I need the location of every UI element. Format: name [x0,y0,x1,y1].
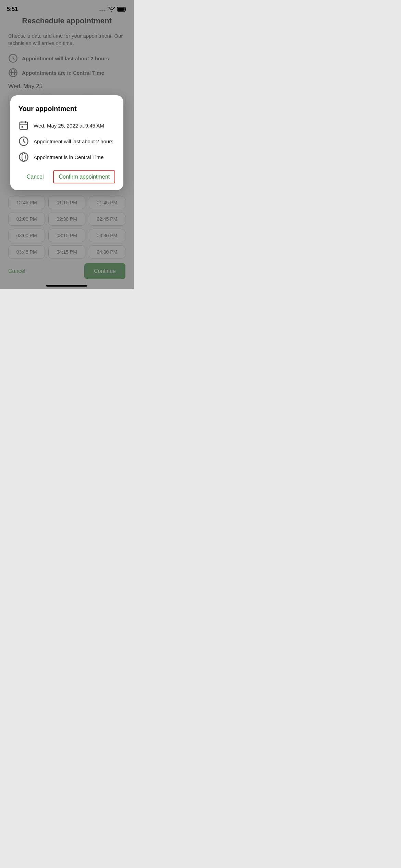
appointment-dialog: Your appointment Wed, May 25, 2022 at 9:… [10,95,123,190]
dialog-row-timezone: Appointment is in Central Time [19,152,115,162]
dialog-row-date: Wed, May 25, 2022 at 9:45 AM [19,120,115,131]
dialog-title: Your appointment [19,105,115,113]
svg-rect-14 [22,126,23,128]
svg-rect-10 [20,122,28,129]
clock-icon-dialog [19,136,29,146]
dialog-row-duration: Appointment will last about 2 hours [19,136,115,146]
calendar-icon [19,120,29,131]
dialog-cancel-button[interactable]: Cancel [23,171,48,183]
dialog-duration-text: Appointment will last about 2 hours [34,138,113,144]
home-indicator [46,285,87,287]
dialog-actions: Cancel Confirm appointment [19,170,115,183]
dialog-timezone-text: Appointment is in Central Time [34,154,104,160]
globe-icon-dialog [19,152,29,162]
dialog-date-text: Wed, May 25, 2022 at 9:45 AM [34,122,104,128]
dialog-confirm-button[interactable]: Confirm appointment [53,170,115,183]
